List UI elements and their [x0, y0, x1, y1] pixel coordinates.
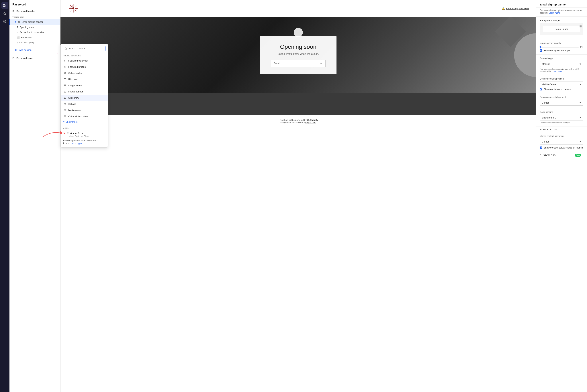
learn-more-2-link[interactable]: Learn more [552, 70, 562, 72]
nav-layers-icon[interactable] [2, 18, 8, 25]
sidebar-item-email-form[interactable]: ⬜ Email form [10, 35, 60, 40]
opacity-section: Image overlay opacity 0% Show background… [536, 39, 587, 54]
desktop-alignment-select[interactable]: Center [540, 100, 583, 106]
customer-form-subtitle: Helium Customer Fields [63, 135, 105, 137]
section-collage[interactable]: ⊞ Collage [61, 101, 108, 107]
icon-nav [0, 0, 10, 392]
login-link[interactable]: Log in here [305, 122, 316, 124]
right-panel-title: Email signup banner [536, 0, 587, 8]
section-multicolumn[interactable]: ⊟ Multicolumn [61, 107, 108, 113]
svg-marker-4 [4, 20, 6, 22]
banner-content: Opening soon Be the first to know when w… [260, 36, 337, 74]
nav-pin-icon[interactable] [2, 10, 8, 17]
opacity-value: 0% [580, 46, 583, 48]
svg-rect-0 [4, 4, 4, 5]
svg-line-11 [70, 5, 72, 7]
color-scheme-section: Color scheme Background 1 Visible when c… [536, 108, 587, 126]
search-input[interactable] [63, 46, 106, 51]
shape-circle-top [294, 28, 303, 37]
chevron-down-icon: ▾ [63, 120, 65, 123]
banner-height-select[interactable]: Medium [540, 61, 583, 67]
section-collapsible-content[interactable]: ☰ Collapsible content [61, 113, 108, 120]
banner-height-section: Banner height Medium For best results, u… [536, 54, 587, 75]
multicolumn-icon: ⊟ [63, 108, 67, 112]
section-featured-product[interactable]: 🏷 Featured product [61, 64, 108, 70]
show-container-label: Show container on desktop [544, 88, 572, 91]
preview-shopify-footer: This shop will be powered by 🛍 Shopify A… [61, 115, 536, 128]
show-container-row: Show container on desktop [540, 88, 583, 91]
preview-banner: Opening soon Be the first to know when w… [61, 17, 536, 93]
banner-title: Opening soon [271, 44, 326, 50]
text-icon: T [17, 26, 18, 28]
section-slideshow[interactable]: 🖼 Slideshow [61, 95, 108, 101]
show-background-checkbox[interactable] [540, 49, 542, 52]
custom-css-section[interactable]: CUSTOM CSS New › [536, 152, 587, 158]
mobile-alignment-label: Mobile content alignment [540, 135, 583, 138]
show-background-label: Show background image [544, 49, 570, 52]
desktop-position-select[interactable]: Middle Center [540, 82, 583, 87]
collapsible-icon: ☰ [63, 115, 67, 118]
email-submit-btn[interactable]: → [317, 60, 325, 67]
view-apps-link[interactable]: View apps [72, 142, 82, 144]
sidebar-item-opening-soon[interactable]: T Opening soon [10, 25, 60, 30]
desktop-alignment-label: Desktop content alignment [540, 96, 583, 98]
nav-grid-icon[interactable] [2, 2, 8, 9]
theme-sections-label: THEME SECTIONS [61, 53, 108, 58]
show-container-checkbox[interactable] [540, 88, 542, 90]
color-scheme-label: Color scheme [540, 111, 583, 114]
banner-height-label: Banner height [540, 57, 583, 60]
sidebar-item-password-footer[interactable]: ⊟ Password footer [10, 55, 60, 61]
show-content-below-checkbox[interactable] [540, 146, 542, 149]
sidebar-item-email-signup[interactable]: ▼ ✉ Email signup banner [10, 19, 60, 25]
right-panel: Email signup banner Each email subscript… [536, 0, 587, 392]
preview-header: 🔒 Enter using password [61, 0, 536, 17]
section-dropdown: THEME SECTIONS 🏷 Featured collection 🏷 F… [61, 44, 108, 148]
browse-apps-text: Browse apps built for Online Store 2.0 t… [61, 138, 108, 146]
customer-form-item[interactable]: ✖ Customer form Helium Customer Fields [61, 130, 108, 138]
color-scheme-select[interactable]: Background 1 [540, 115, 583, 120]
image-text-icon: ☰ [63, 84, 67, 87]
svg-line-14 [70, 10, 72, 12]
sidebar-item-password-header[interactable]: ⊞ Password header [10, 8, 60, 14]
plus-icon: ⊕ [15, 48, 18, 52]
svg-point-6 [72, 7, 74, 10]
email-icon: ✉ [18, 20, 20, 23]
learn-more-link[interactable]: Learn more [549, 12, 560, 14]
opacity-slider[interactable] [540, 47, 579, 48]
section-image-banner[interactable]: 🖼 Image banner [61, 88, 108, 95]
apps-section: APPS ✖ Customer form Helium Customer Fie… [61, 125, 108, 146]
list-icon: 🏷 [63, 71, 67, 74]
sidebar-title: Password [10, 0, 60, 8]
svg-rect-1 [5, 4, 6, 5]
desktop-alignment-section: Desktop content alignment Center [536, 93, 587, 108]
text-icon: ☰ [63, 78, 67, 81]
new-badge: New [575, 154, 581, 157]
mobile-alignment-section: Mobile content alignment Center Show con… [536, 132, 587, 152]
svg-rect-2 [4, 6, 4, 7]
chevron-right-icon: › [582, 154, 583, 157]
add-section-button[interactable]: ⊕ Add section [12, 46, 58, 54]
footer-icon: ⊟ [13, 56, 15, 60]
email-input[interactable] [271, 60, 317, 67]
add-block-btn[interactable]: ⊕ Add block (3/3) [10, 40, 60, 45]
svg-line-13 [75, 5, 76, 7]
section-collection-list[interactable]: 🏷 Collection list [61, 70, 108, 76]
shopify-brand: 🛍 Shopify [307, 119, 318, 122]
section-featured-collection[interactable]: 🏷 Featured collection [61, 58, 108, 64]
color-scheme-note: Visible when container displayed. [540, 122, 583, 124]
sidebar-item-be-first[interactable]: ≡ Be the first to know when ... [10, 30, 60, 35]
sidebar: Password ⊞ Password header TEMPLATE ▼ ✉ … [10, 0, 61, 392]
enter-password-link[interactable]: 🔒 Enter using password [502, 7, 529, 10]
image-banner-icon: 🖼 [63, 90, 67, 93]
show-more-btn[interactable]: ▾ Show More [61, 120, 108, 124]
section-rich-text[interactable]: ☰ Rich text [61, 76, 108, 82]
background-image-label: Background image [540, 19, 583, 22]
right-panel-desc: Each email subscription creates a custom… [536, 8, 587, 16]
banner-subtitle: Be the first to know when we launch. [271, 52, 326, 55]
apps-label: APPS [61, 126, 108, 130]
mobile-alignment-select[interactable]: Center [540, 139, 583, 144]
select-image-button[interactable]: Select image [543, 26, 580, 32]
store-owner-text: Are you the store owner? Log in here [64, 122, 532, 124]
search-box [61, 44, 108, 53]
section-image-with-text[interactable]: ☰ Image with text [61, 82, 108, 88]
